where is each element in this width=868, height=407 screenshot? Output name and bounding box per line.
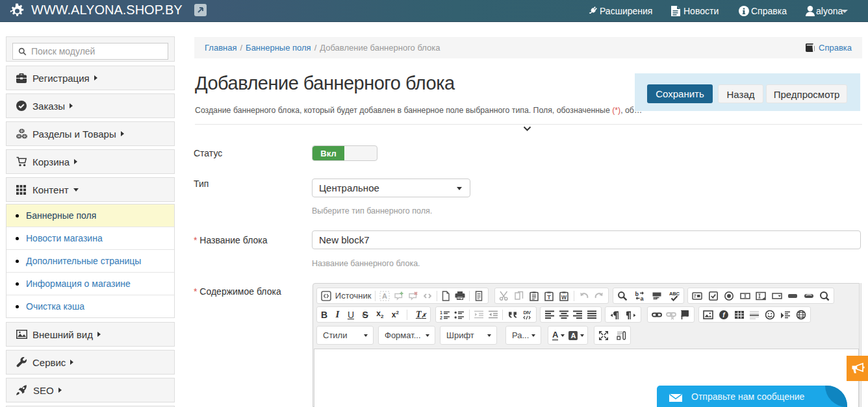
svg-text:A: A [382,292,387,300]
svg-text:b: b [635,291,639,297]
svg-text:a: a [640,295,644,301]
svg-text:DIV: DIV [523,310,531,315]
svg-text:ABC: ABC [669,291,680,297]
svg-text:T: T [547,294,551,301]
svg-text:2: 2 [440,315,442,320]
svg-text:W: W [561,294,567,301]
svg-text:1: 1 [440,310,442,314]
